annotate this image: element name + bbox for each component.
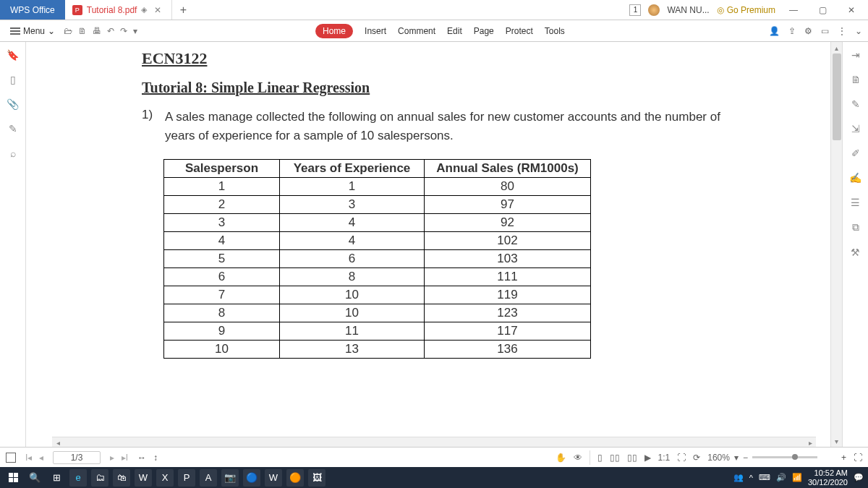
wps-icon[interactable]: W xyxy=(265,469,282,487)
last-page-icon[interactable]: ▸I xyxy=(119,453,130,463)
new-tab-button[interactable]: + xyxy=(172,0,194,20)
edge-icon[interactable]: e xyxy=(69,469,87,487)
zoom-dropdown-icon[interactable]: ▾ xyxy=(734,453,739,463)
slideshow-icon[interactable]: ▶ xyxy=(644,453,651,463)
outline-icon[interactable]: ☰ xyxy=(851,197,860,208)
open-icon[interactable]: 🗁 xyxy=(64,26,72,36)
tab-insert[interactable]: Insert xyxy=(365,26,386,36)
wifi-icon[interactable]: 📶 xyxy=(792,473,802,482)
tray-expand-icon[interactable]: ^ xyxy=(749,474,753,482)
collapse-ribbon-icon[interactable]: ⌄ xyxy=(855,26,862,36)
more-icon[interactable]: ⋮ xyxy=(838,26,846,36)
save-icon[interactable]: 🗎 xyxy=(78,26,87,36)
page-indicator[interactable]: 1/3 xyxy=(53,451,101,464)
system-clock[interactable]: 10:52 AM 30/12/2020 xyxy=(808,468,848,486)
user-icon[interactable]: 👤 xyxy=(769,26,780,36)
qa-more-icon[interactable]: ▾ xyxy=(133,26,137,36)
fit-page-icon[interactable]: ↕ xyxy=(153,453,158,463)
menu-button[interactable]: Menu ⌄ xyxy=(6,25,59,38)
print-icon[interactable]: 🖶 xyxy=(93,26,101,36)
go-premium-button[interactable]: ◎ Go Premium xyxy=(717,5,775,15)
search-icon[interactable]: 🔍 xyxy=(26,469,43,487)
tools-icon[interactable]: ⚒ xyxy=(851,247,860,258)
zoom-level[interactable]: 160% xyxy=(707,453,730,463)
start-button[interactable] xyxy=(4,469,22,487)
convert-icon[interactable]: 🗎 xyxy=(851,74,861,85)
scroll-thumb[interactable] xyxy=(833,53,841,140)
window-count-badge[interactable]: 1 xyxy=(629,4,641,16)
bookmark-icon[interactable]: 🔖 xyxy=(7,49,19,61)
signature-icon[interactable]: ✎ xyxy=(9,123,17,134)
continuous-icon[interactable]: ▯▯ xyxy=(610,453,620,463)
fit-width-icon[interactable]: ↔ xyxy=(137,453,146,463)
first-page-icon[interactable]: I◂ xyxy=(23,453,34,463)
collapse-right-icon[interactable]: ⇥ xyxy=(851,49,860,61)
prev-page-icon[interactable]: ◂ xyxy=(37,453,46,463)
edit-pdf-icon[interactable]: ✎ xyxy=(851,98,860,110)
user-avatar-icon[interactable] xyxy=(648,4,660,16)
horizontal-scrollbar[interactable]: ◂ ▸ xyxy=(52,437,816,447)
tab-page[interactable]: Page xyxy=(474,26,494,36)
explorer-icon[interactable]: 🗂 xyxy=(91,469,109,487)
next-page-icon[interactable]: ▸ xyxy=(108,453,116,463)
app-icon-2[interactable]: 🟠 xyxy=(286,469,304,487)
access-icon[interactable]: A xyxy=(200,469,217,487)
store-icon[interactable]: 🛍 xyxy=(113,469,130,487)
thumbnail-icon[interactable]: ▯ xyxy=(10,74,16,85)
tab-close-icon[interactable]: ✕ xyxy=(151,5,164,15)
tab-protect[interactable]: Protect xyxy=(506,26,533,36)
search-panel-icon[interactable]: ⌕ xyxy=(10,147,16,159)
notifications-icon[interactable]: 💬 xyxy=(854,473,864,482)
export-icon[interactable]: ⇲ xyxy=(851,123,860,134)
document-tab[interactable]: P Tutorial 8.pdf ◈ ✕ xyxy=(65,0,173,20)
two-page-icon[interactable]: ▯▯ xyxy=(627,453,637,463)
tab-edit[interactable]: Edit xyxy=(447,26,462,36)
camera-icon[interactable]: 📷 xyxy=(221,469,239,487)
scroll-left-icon[interactable]: ◂ xyxy=(52,437,64,447)
settings-icon[interactable]: ⚙ xyxy=(804,26,812,36)
redo-icon[interactable]: ↷ xyxy=(120,26,127,36)
task-view-icon[interactable]: ⊞ xyxy=(48,469,65,487)
attachment-icon[interactable]: 📎 xyxy=(7,98,19,110)
photos-icon[interactable]: 🖼 xyxy=(308,469,326,487)
excel-icon[interactable]: X xyxy=(156,469,174,487)
single-page-icon[interactable]: ▯ xyxy=(597,453,603,463)
annotate-icon[interactable]: ✐ xyxy=(851,147,860,159)
close-button[interactable]: ✕ xyxy=(841,0,862,20)
maximize-button[interactable]: ▢ xyxy=(812,0,833,20)
fit-actual-icon[interactable]: 1:1 xyxy=(658,453,671,463)
tab-tools[interactable]: Tools xyxy=(545,26,565,36)
add-icon[interactable]: + xyxy=(841,453,846,463)
tab-home[interactable]: Home xyxy=(315,24,353,38)
word-icon[interactable]: W xyxy=(135,469,152,487)
app-icon-1[interactable]: 🔵 xyxy=(243,469,260,487)
hand-tool-icon[interactable]: ✋ xyxy=(556,453,566,463)
user-name[interactable]: WAN NU... xyxy=(667,5,709,15)
document-viewport[interactable]: ECN3122 Tutorial 8: Simple Linear Regres… xyxy=(26,42,842,447)
volume-icon[interactable]: 🔊 xyxy=(776,473,786,482)
people-icon[interactable]: 👥 xyxy=(733,473,744,482)
feedback-icon[interactable]: ▭ xyxy=(821,26,829,36)
zoom-slider[interactable] xyxy=(752,456,817,458)
scroll-up-icon[interactable]: ▴ xyxy=(831,42,842,53)
read-mode-icon[interactable]: 👁 xyxy=(574,453,582,463)
fit-window-icon[interactable]: ⛶ xyxy=(677,453,686,463)
minimize-button[interactable]: — xyxy=(783,0,804,20)
vertical-scrollbar[interactable]: ▴ ▾ xyxy=(830,42,842,447)
share-icon[interactable]: ⇪ xyxy=(788,26,796,36)
fullscreen-icon[interactable]: ⛶ xyxy=(854,453,862,463)
scroll-right-icon[interactable]: ▸ xyxy=(804,437,816,447)
powerpoint-icon[interactable]: P xyxy=(178,469,195,487)
nav-pane-icon[interactable] xyxy=(6,453,16,463)
compress-icon[interactable]: ⧉ xyxy=(852,221,859,234)
undo-icon[interactable]: ↶ xyxy=(107,26,114,36)
highlight-icon[interactable]: ✍ xyxy=(849,172,861,184)
input-icon[interactable]: ⌨ xyxy=(759,473,770,482)
zoom-thumb[interactable] xyxy=(792,454,798,460)
tab-comment[interactable]: Comment xyxy=(398,26,435,36)
rotate-icon[interactable]: ⟳ xyxy=(693,453,700,463)
tab-options-icon[interactable]: ◈ xyxy=(141,5,147,14)
time: 10:52 AM xyxy=(808,468,848,477)
zoom-out-icon[interactable]: − xyxy=(743,453,748,463)
scroll-down-icon[interactable]: ▾ xyxy=(831,435,842,447)
